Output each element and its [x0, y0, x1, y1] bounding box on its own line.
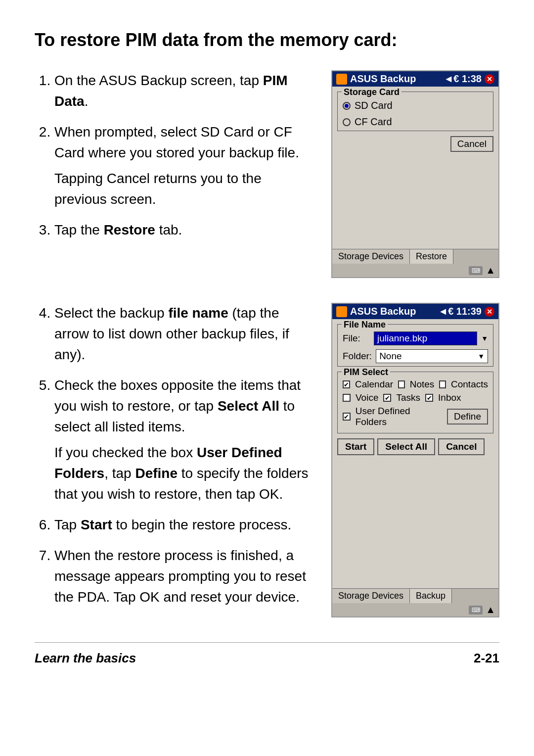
- section-1: On the ASUS Backup screen, tap PIM Data.…: [35, 70, 499, 278]
- footer-learn-basics: Learn the basics: [35, 651, 136, 666]
- screen-1-footer: ⌨ ▲: [332, 264, 498, 277]
- notes-checkbox[interactable]: [398, 380, 405, 388]
- sd-card-label: SD Card: [355, 100, 393, 111]
- calendar-checkbox[interactable]: ✔: [343, 380, 350, 388]
- cancel-button-2[interactable]: Cancel: [438, 438, 485, 455]
- folder-field-label: Folder:: [343, 351, 372, 362]
- pim-select-group: PIM Select ✔ Calendar Notes Contacts Voi…: [337, 372, 493, 433]
- start-button[interactable]: Start: [337, 438, 374, 455]
- cf-card-radio-row[interactable]: CF Card: [343, 116, 488, 128]
- screen-2-app-title: ASUS Backup: [350, 306, 416, 317]
- page-title: To restore PIM data from the memory card…: [35, 30, 499, 50]
- step-2-note: Tapping Cancel returns you to the previo…: [54, 168, 312, 210]
- folder-row: Folder: None ▼: [343, 349, 488, 363]
- cancel-row: Cancel: [337, 136, 493, 152]
- tasks-label: Tasks: [396, 392, 420, 403]
- screen-2-tabs: Storage Devices Backup: [332, 588, 498, 603]
- step-4: Select the backup file name (tap the arr…: [54, 303, 312, 365]
- user-defined-checkbox[interactable]: ✔: [343, 413, 351, 421]
- pim-row-1: ✔ Calendar Notes Contacts: [343, 379, 488, 390]
- asus-logo-icon-2: [336, 306, 347, 317]
- notes-label: Notes: [410, 379, 435, 390]
- pim-row-2: Voice ✔ Tasks ✔ Inbox: [343, 392, 488, 403]
- screen-1-tabs: Storage Devices Restore: [332, 249, 498, 264]
- keyboard-icon-2[interactable]: ⌨: [469, 606, 483, 614]
- pim-select-label: PIM Select: [342, 367, 390, 378]
- tasks-checkbox[interactable]: ✔: [383, 394, 391, 402]
- screen-1-app-title: ASUS Backup: [350, 73, 416, 85]
- screen-1-titlebar: ASUS Backup ◄€ 1:38 ✕: [332, 71, 498, 87]
- screen-2: ASUS Backup ◄€ 11:39 ✕ File Name File: j…: [331, 303, 499, 617]
- step-7: When the restore process is finished, a …: [54, 545, 312, 608]
- step-6: Tap Start to begin the restore process.: [54, 515, 312, 535]
- arrow-up-icon-2: ▲: [486, 604, 495, 615]
- action-row: Start Select All Cancel: [337, 438, 493, 455]
- footer-page-number: 2-21: [474, 651, 499, 666]
- contacts-label: Contacts: [451, 379, 488, 390]
- step-5-note: If you checked the box User Defined Fold…: [54, 442, 312, 505]
- sd-card-radio-row[interactable]: SD Card: [343, 100, 488, 111]
- screen-1-body: Storage Card SD Card CF Card Cancel: [332, 87, 498, 249]
- define-button[interactable]: Define: [447, 409, 488, 425]
- file-dropdown-arrow-icon[interactable]: ▼: [481, 334, 488, 342]
- cf-card-label: CF Card: [355, 116, 392, 128]
- screen-1-close-button[interactable]: ✕: [485, 74, 494, 84]
- keyboard-icon[interactable]: ⌨: [469, 266, 483, 275]
- file-field-label: File:: [343, 333, 370, 344]
- section-2: Select the backup file name (tap the arr…: [35, 303, 499, 617]
- tab-storage-devices[interactable]: Storage Devices: [332, 249, 410, 264]
- folder-dropdown[interactable]: None ▼: [376, 349, 488, 363]
- pim-checkboxes: ✔ Calendar Notes Contacts Voice ✔ Tasks …: [343, 379, 488, 427]
- steps-col-2: Select the backup file name (tap the arr…: [35, 303, 312, 617]
- file-input[interactable]: julianne.bkp: [374, 331, 477, 345]
- file-name-group: File Name File: julianne.bkp ▼ Folder: N…: [337, 324, 493, 367]
- cancel-button[interactable]: Cancel: [450, 136, 493, 152]
- storage-card-group: Storage Card SD Card CF Card: [337, 92, 493, 131]
- inbox-label: Inbox: [438, 392, 461, 403]
- pim-row-3: ✔ User Defined Folders Define: [343, 406, 488, 427]
- calendar-label: Calendar: [355, 379, 393, 390]
- step-3: Tap the Restore tab.: [54, 220, 312, 240]
- screen-2-close-button[interactable]: ✕: [485, 307, 494, 317]
- screen-2-body: File Name File: julianne.bkp ▼ Folder: N…: [332, 319, 498, 588]
- tab-storage-devices-2[interactable]: Storage Devices: [332, 589, 410, 603]
- file-name-group-label: File Name: [342, 320, 388, 330]
- steps-col-1: On the ASUS Backup screen, tap PIM Data.…: [35, 70, 312, 278]
- arrow-up-icon: ▲: [486, 265, 495, 276]
- tab-backup[interactable]: Backup: [410, 589, 452, 603]
- inbox-checkbox[interactable]: ✔: [425, 394, 433, 402]
- page-footer: Learn the basics 2-21: [35, 642, 499, 666]
- file-row: File: julianne.bkp ▼: [343, 331, 488, 345]
- cf-card-radio[interactable]: [343, 118, 351, 126]
- screen-1: ASUS Backup ◄€ 1:38 ✕ Storage Card SD Ca…: [331, 70, 499, 278]
- contacts-checkbox[interactable]: [439, 380, 446, 388]
- tab-restore[interactable]: Restore: [410, 249, 453, 264]
- select-all-button[interactable]: Select All: [377, 438, 435, 455]
- screen-1-time: ◄€ 1:38: [444, 73, 482, 85]
- asus-logo-icon: [336, 74, 347, 85]
- step-2: When prompted, select SD Card or CF Card…: [54, 122, 312, 210]
- screen-2-titlebar: ASUS Backup ◄€ 11:39 ✕: [332, 304, 498, 319]
- user-defined-label: User Defined Folders: [356, 406, 442, 427]
- step-1: On the ASUS Backup screen, tap PIM Data.: [54, 70, 312, 112]
- voice-checkbox[interactable]: [343, 394, 351, 402]
- screen-2-footer: ⌨ ▲: [332, 603, 498, 616]
- sd-card-radio[interactable]: [343, 102, 351, 110]
- voice-label: Voice: [356, 392, 378, 403]
- step-5: Check the boxes opposite the items that …: [54, 375, 312, 505]
- storage-card-label: Storage Card: [342, 87, 401, 97]
- folder-dropdown-arrow-icon[interactable]: ▼: [478, 352, 485, 360]
- screen-2-time: ◄€ 11:39: [438, 306, 482, 317]
